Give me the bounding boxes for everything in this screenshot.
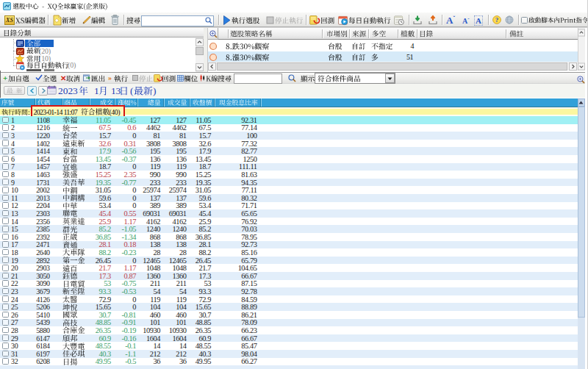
svg-text:?: ? <box>495 16 499 24</box>
